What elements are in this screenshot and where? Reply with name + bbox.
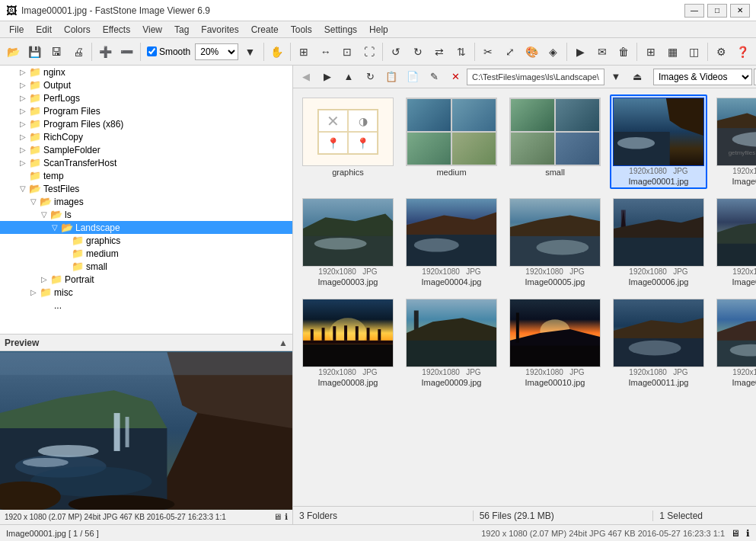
nav-back-button[interactable]: ◀: [296, 68, 316, 86]
flip-v-button[interactable]: ⇅: [451, 41, 472, 62]
tree-item-temp[interactable]: 📁 temp: [0, 169, 292, 182]
thumbnails-button[interactable]: ⊞: [640, 41, 661, 62]
expand-icon: ▷: [18, 146, 27, 154]
filmstrip-button[interactable]: ▦: [662, 41, 683, 62]
tree-item-more[interactable]: 📁 ...: [0, 299, 292, 312]
nav-delete-button[interactable]: ✕: [445, 68, 465, 86]
menu-help[interactable]: Help: [363, 23, 394, 37]
zoom-select[interactable]: 20% 10% 15% 25% 30% 50% 75% 100%: [195, 43, 238, 60]
actual-size-button[interactable]: ⊡: [337, 41, 358, 62]
menu-edit[interactable]: Edit: [30, 23, 58, 37]
thumb-item-image00002[interactable]: getmyfiles 1920x1080 JPG Image00002.jpg: [713, 94, 756, 189]
folder-tree[interactable]: ▷ 📁 nginx ▷ 📁 Output ▷ 📁 PerfLogs ▷ 📁 Pr…: [0, 66, 292, 334]
nav-rename-button[interactable]: ✎: [424, 68, 444, 86]
thumb-item-image00009[interactable]: 1920x1080 JPG Image00009.jpg: [403, 296, 500, 390]
preview-arrow[interactable]: ▲: [279, 338, 288, 348]
menu-view[interactable]: View: [136, 23, 168, 37]
tree-item-landscape[interactable]: ▽ 📂 Landscape: [0, 221, 292, 234]
menu-file[interactable]: File: [3, 23, 30, 37]
thumb-item-image00001[interactable]: 1920x1080 JPG Image00001.jpg: [610, 94, 707, 189]
zoom-dropdown-button[interactable]: ▼: [240, 41, 260, 62]
slideshow-button[interactable]: ▶: [570, 41, 591, 62]
tree-item-ls[interactable]: ▽ 📂 ls: [0, 208, 292, 221]
path-bar[interactable]: C:\TestFiles\images\ls\Landscape\: [467, 69, 604, 85]
color-adjust-button[interactable]: 🎨: [522, 41, 542, 62]
maximize-button[interactable]: □: [707, 4, 727, 18]
menu-effects[interactable]: Effects: [97, 23, 136, 37]
filter-select[interactable]: Images & Videos All Files Images Only Vi…: [653, 69, 752, 85]
thumb-item-image00003[interactable]: 1920x1080 JPG Image00003.jpg: [299, 195, 397, 290]
resize-button[interactable]: ⤢: [499, 41, 520, 62]
thumb-item-medium[interactable]: medium: [403, 94, 500, 189]
tree-item-samplefolder[interactable]: ▷ 📁 SampleFolder: [0, 143, 292, 156]
open-button[interactable]: 📂: [3, 41, 24, 62]
zoom-out-button[interactable]: ➖: [116, 41, 137, 62]
menu-settings[interactable]: Settings: [318, 23, 363, 37]
email-button[interactable]: ✉: [592, 41, 612, 62]
tree-item-small[interactable]: 📁 small: [0, 260, 292, 273]
tree-item-progfiles86[interactable]: ▷ 📁 Program Files (x86): [0, 117, 292, 130]
menu-favorites[interactable]: Favorites: [195, 23, 244, 37]
save-button[interactable]: 💾: [25, 41, 46, 62]
nav-eject-button[interactable]: ⏏: [627, 68, 647, 86]
thumb-svg-6: [614, 198, 703, 267]
tree-item-richcopy[interactable]: ▷ 📁 RichCopy: [0, 130, 292, 143]
help-button[interactable]: ❓: [732, 41, 753, 62]
delete-button[interactable]: 🗑: [614, 41, 634, 62]
expand-icon: ▷: [18, 94, 27, 102]
right-panel: ◀ ▶ ▲ ↻ 📋 📄 ✎ ✕ C:\TestFiles\images\ls\L…: [293, 66, 756, 524]
zoom-in-button[interactable]: ➕: [95, 41, 116, 62]
path-text: C:\TestFiles\images\ls\Landscape\: [472, 72, 599, 82]
menu-tag[interactable]: Tag: [168, 23, 195, 37]
nav-up-button[interactable]: ▲: [339, 68, 359, 86]
nav-forward-button[interactable]: ▶: [317, 68, 337, 86]
fullscreen-button[interactable]: ⛶: [359, 41, 380, 62]
nav-refresh-button[interactable]: ↻: [360, 68, 380, 86]
menu-create[interactable]: Create: [245, 23, 285, 37]
rotate-right-button[interactable]: ↻: [408, 41, 429, 62]
nav-paste-button[interactable]: 📄: [403, 68, 423, 86]
thumb-item-image00008[interactable]: 1920x1080 JPG Image00008.jpg: [299, 296, 397, 390]
smooth-checkbox[interactable]: [147, 46, 157, 56]
thumb-item-image00004[interactable]: 1920x1080 JPG Image00004.jpg: [403, 195, 500, 290]
hand-tool-button[interactable]: ✋: [267, 41, 288, 62]
thumb-item-image00007[interactable]: 1920x1080 JPG Image00007.jpg: [713, 195, 756, 290]
fit-window-button[interactable]: ⊞: [294, 41, 314, 62]
print-button[interactable]: 🖨: [69, 41, 89, 62]
fit-width-button[interactable]: ↔: [316, 41, 337, 62]
thumb-item-image00011[interactable]: 1920x1080 JPG Image00011.jpg: [610, 296, 707, 390]
thumb-item-graphics[interactable]: ✕ ◑ 📍 📍 graphics: [299, 94, 397, 189]
tree-item-progfiles[interactable]: ▷ 📁 Program Files: [0, 104, 292, 117]
sharpen-button[interactable]: ◈: [543, 41, 563, 62]
settings-button[interactable]: ⚙: [711, 41, 732, 62]
menu-colors[interactable]: Colors: [58, 23, 97, 37]
thumb-item-image00010[interactable]: 1920x1080 JPG Image00010.jpg: [506, 296, 604, 390]
menu-tools[interactable]: Tools: [285, 23, 318, 37]
nav-copy-button[interactable]: 📋: [381, 68, 401, 86]
tree-item-testfiles[interactable]: ▽ 📂 TestFiles: [0, 182, 292, 195]
tree-item-nginx[interactable]: ▷ 📁 nginx: [0, 66, 292, 78]
minimize-button[interactable]: —: [684, 4, 704, 18]
folder-icon: 📂: [61, 222, 73, 233]
thumbnails-area[interactable]: ✕ ◑ 📍 📍 graphics: [293, 88, 756, 506]
tree-item-output[interactable]: ▷ 📁 Output: [0, 78, 292, 91]
save-as-button[interactable]: 🖫: [46, 41, 67, 62]
thumb-item-small[interactable]: small: [506, 94, 604, 189]
rotate-left-button[interactable]: ↺: [386, 41, 407, 62]
compare-button[interactable]: ◫: [684, 41, 704, 62]
thumb-item-image00012[interactable]: 1920x1080 JPG Image00012.jpg: [713, 296, 756, 390]
path-dropdown-button[interactable]: ▼: [606, 68, 626, 86]
tree-item-medium[interactable]: 📁 medium: [0, 247, 292, 260]
tree-item-images[interactable]: ▽ 📂 images: [0, 195, 292, 208]
thumb-item-image00006[interactable]: 1920x1080 JPG Image00006.jpg: [610, 195, 707, 290]
tree-item-perflogs[interactable]: ▷ 📁 PerfLogs: [0, 91, 292, 104]
close-button[interactable]: ✕: [730, 4, 750, 18]
tree-item-graphics[interactable]: 📁 graphics: [0, 234, 292, 247]
tree-item-portrait[interactable]: ▷ 📁 Portrait: [0, 273, 292, 286]
flip-h-button[interactable]: ⇄: [429, 41, 450, 62]
thumb-item-image00005[interactable]: 1920x1080 JPG Image00005.jpg: [506, 195, 604, 290]
tree-item-misc[interactable]: ▷ 📁 misc: [0, 286, 292, 299]
crop-button[interactable]: ✂: [478, 41, 499, 62]
tree-item-scantransfer[interactable]: ▷ 📁 ScanTransferHost: [0, 156, 292, 169]
monitor-icon: 🖥: [273, 512, 282, 522]
